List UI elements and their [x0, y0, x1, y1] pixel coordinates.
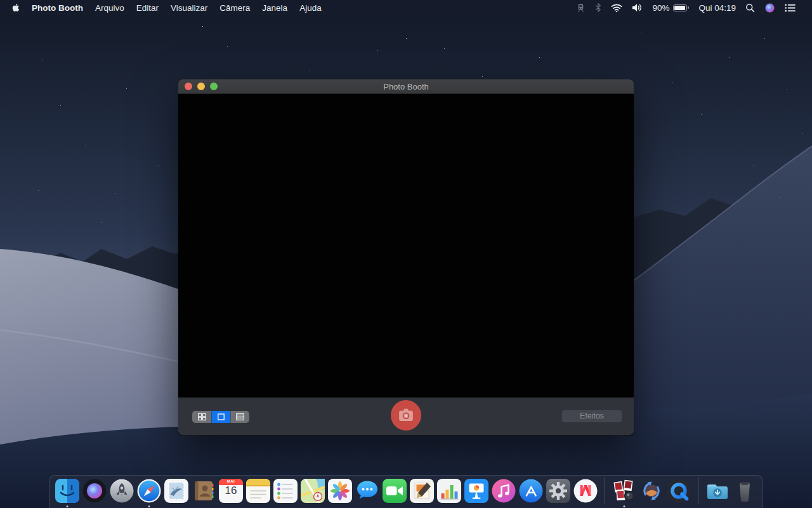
window-toolbar: Efeitos [178, 398, 634, 435]
menu-item-janela[interactable]: Janela [262, 3, 287, 13]
dock-item-quicktime[interactable] [667, 479, 691, 503]
train-icon [576, 3, 586, 13]
photo-booth-window: Photo Booth [178, 79, 634, 436]
view-single-button[interactable] [211, 411, 230, 423]
dock-item-maps[interactable] [301, 479, 325, 503]
take-photo-button[interactable] [391, 400, 421, 431]
contacts-icon [192, 479, 216, 503]
volume-status[interactable] [632, 3, 643, 12]
dock-item-calendar[interactable]: MAI 16 [219, 479, 243, 503]
battery-percent: 90% [652, 3, 669, 13]
trash-icon [733, 479, 757, 503]
maps-icon [301, 479, 325, 503]
grid-view-icon [197, 413, 207, 421]
siri-icon [764, 3, 775, 13]
dock-item-mail[interactable] [164, 479, 188, 503]
dock-item-facetime[interactable] [383, 479, 407, 503]
mail-icon [164, 479, 188, 503]
finder-icon [55, 479, 79, 503]
notes-icon [246, 479, 270, 503]
zoom-button[interactable] [210, 83, 218, 90]
effects-button[interactable]: Efeitos [562, 410, 622, 422]
filmstrip-view-icon [235, 413, 245, 421]
notification-list-icon [785, 4, 796, 12]
photos-icon [328, 479, 352, 503]
itunes-icon [492, 479, 516, 503]
close-button[interactable] [185, 83, 192, 90]
menu-item-ajuda[interactable]: Ajuda [299, 3, 322, 13]
menu-item-visualizar[interactable]: Visualizar [171, 3, 207, 13]
dock-item-reminders[interactable] [273, 479, 298, 503]
dock-item-system-preferences[interactable] [546, 479, 570, 503]
launchpad-icon [110, 479, 134, 503]
window-titlebar[interactable]: Photo Booth [178, 79, 634, 94]
menu-item-editar[interactable]: Editar [136, 3, 159, 13]
dock-item-news[interactable] [573, 479, 598, 503]
dock-item-numbers[interactable] [437, 479, 461, 503]
calendar-day-label: 16 [219, 485, 243, 497]
dock-item-software-update[interactable] [639, 479, 664, 503]
safari-icon [137, 479, 161, 503]
dock-item-messages[interactable] [355, 479, 379, 503]
siri-app-icon [82, 479, 107, 503]
downloads-folder-icon [705, 479, 730, 503]
battery-status[interactable]: 90% [652, 3, 689, 13]
wifi-status[interactable] [611, 4, 622, 12]
pages-icon [410, 479, 434, 503]
running-indicator [624, 505, 625, 507]
view-mode-segmented-control [192, 411, 249, 423]
dock: MAI 16 [49, 475, 763, 508]
menu-item-arquivo[interactable]: Arquivo [95, 3, 124, 13]
dock-item-app-store[interactable] [519, 479, 543, 503]
quicktime-icon [667, 479, 691, 503]
app-store-icon [519, 479, 543, 503]
menu-app-name[interactable]: Photo Booth [32, 3, 83, 13]
dock-separator [698, 478, 698, 504]
news-icon [573, 479, 598, 503]
view-filmstrip-button[interactable] [230, 411, 249, 423]
dock-item-photos[interactable] [328, 479, 352, 503]
dock-item-itunes[interactable] [492, 479, 516, 503]
view-grid-button[interactable] [192, 411, 211, 423]
bluetooth-icon [595, 3, 601, 13]
dock-item-launchpad[interactable] [110, 479, 134, 503]
train-status-icon[interactable] [576, 3, 586, 13]
dock-item-notes[interactable] [246, 479, 270, 503]
minimize-button[interactable] [197, 83, 205, 90]
facetime-icon [383, 479, 407, 503]
menu-item-camera[interactable]: Câmera [219, 3, 250, 13]
siri-menu-button[interactable] [764, 3, 775, 13]
dock-item-siri[interactable] [82, 479, 107, 503]
photo-booth-icon [612, 479, 636, 503]
menu-clock[interactable]: Qui 04:19 [698, 3, 736, 13]
messages-icon [355, 479, 379, 503]
dock-item-trash[interactable] [733, 479, 757, 503]
dock-item-keynote[interactable] [464, 479, 488, 503]
spotlight-button[interactable] [745, 3, 755, 13]
dock-item-contacts[interactable] [192, 479, 216, 503]
calendar-month-label: MAI [219, 479, 243, 483]
numbers-icon [437, 479, 461, 503]
dock-item-pages[interactable] [410, 479, 434, 503]
volume-icon [632, 3, 643, 12]
menu-bar: Photo Booth Arquivo Editar Visualizar Câ… [0, 0, 812, 15]
bluetooth-status[interactable] [595, 3, 601, 13]
single-view-icon [216, 413, 226, 421]
notification-center-button[interactable] [785, 4, 796, 12]
search-icon [745, 3, 755, 13]
dock-item-finder[interactable] [55, 479, 79, 503]
software-update-icon [639, 479, 664, 503]
dock-item-safari[interactable] [137, 479, 161, 503]
keynote-icon [464, 479, 488, 503]
wifi-icon [611, 4, 622, 12]
reminders-icon [273, 479, 298, 503]
system-preferences-icon [546, 479, 570, 503]
dock-item-downloads[interactable] [705, 479, 730, 503]
battery-icon [673, 4, 689, 11]
window-title: Photo Booth [178, 82, 634, 91]
dock-item-photo-booth[interactable] [612, 479, 636, 503]
apple-logo-icon [11, 3, 20, 13]
camera-shutter-icon [398, 408, 414, 422]
apple-menu[interactable] [11, 3, 20, 13]
running-indicator [148, 505, 150, 507]
